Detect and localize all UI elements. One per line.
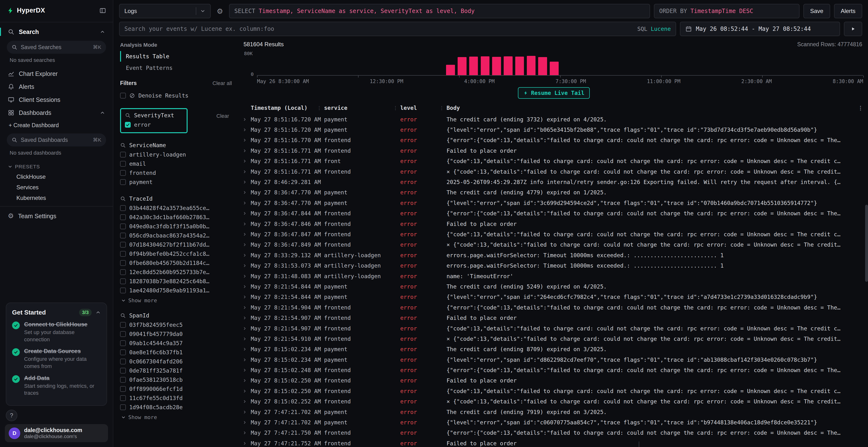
filter-option[interactable]: 18287038b73e882425c64b8…: [120, 277, 232, 286]
hyperdx-logo[interactable]: HyperDX: [7, 7, 45, 14]
show-more-button[interactable]: Show more: [121, 414, 232, 420]
user-menu[interactable]: D dale@clickhouse.com dale@clickhouse.co…: [5, 424, 108, 442]
order-by-input[interactable]: ORDER BY TimestampTime DESC: [654, 4, 800, 18]
row-expand-icon[interactable]: [243, 243, 251, 247]
row-expand-icon[interactable]: [243, 326, 251, 331]
table-row[interactable]: May 27 8:21:54.904 AMfrontenderror{"erro…: [243, 302, 865, 313]
filter-option[interactable]: error: [125, 120, 183, 129]
search-input[interactable]: [124, 26, 633, 32]
checkbox[interactable]: [120, 269, 126, 275]
checkbox[interactable]: [120, 287, 126, 294]
checkbox[interactable]: [120, 214, 126, 220]
row-expand-icon[interactable]: [243, 128, 251, 132]
row-expand-icon[interactable]: [243, 253, 251, 257]
checkbox[interactable]: [120, 170, 126, 176]
table-row[interactable]: May 27 7:47:21.702 AMpaymenterrorThe cre…: [243, 407, 865, 417]
table-row[interactable]: May 27 8:51:16.771 AMfrontenderrorFailed…: [243, 145, 865, 156]
filter-option[interactable]: 09ab1c4544c9a357: [120, 339, 232, 348]
alerts-button[interactable]: Alerts: [834, 4, 862, 18]
filter-option[interactable]: 0c0667304fafd206: [120, 357, 232, 366]
checkbox[interactable]: [120, 224, 126, 229]
filter-option[interactable]: 1d94f08c5acdb28e: [120, 403, 232, 412]
filter-option[interactable]: 042a30c3dc1baf660b27863…: [120, 213, 232, 222]
row-expand-icon[interactable]: [243, 274, 251, 278]
table-row[interactable]: May 27 7:47:21.752 AMfrontenderrorFailed…: [243, 438, 865, 447]
checkbox[interactable]: [120, 179, 126, 185]
filter-clear-button[interactable]: Clear: [216, 113, 229, 119]
create-dashboard-button[interactable]: + Create Dashboard: [5, 119, 108, 131]
lucene-search-box[interactable]: SQL | Lucene: [119, 22, 676, 36]
checkbox[interactable]: [120, 233, 126, 238]
table-row[interactable]: May 27 8:36:47.770 AMpaymenterrorThe cre…: [243, 187, 865, 198]
row-expand-icon[interactable]: [243, 378, 251, 383]
time-range-picker[interactable]: May 26 08:52:44 - May 27 08:52:44: [680, 22, 840, 36]
get-started-header[interactable]: Get Started 3/3: [12, 309, 101, 316]
sidebar-item-kubernetes[interactable]: Kubernetes: [5, 193, 108, 203]
table-row[interactable]: May 27 8:31:48.083 AMartillery-loadgener…: [243, 271, 865, 281]
filter-option[interactable]: artillery-loadgen: [120, 150, 232, 159]
analysis-mode-event-patterns[interactable]: Event Patterns: [120, 63, 232, 73]
checkbox[interactable]: [120, 377, 126, 383]
filter-option[interactable]: 0ff8990066efcf1d: [120, 384, 232, 393]
table-row[interactable]: May 27 8:36:47.846 AMfrontenderrorFailed…: [243, 219, 865, 229]
row-expand-icon[interactable]: [243, 368, 251, 372]
table-row[interactable]: May 27 8:21:54.907 AMfrontenderrorFailed…: [243, 313, 865, 323]
save-button[interactable]: Save: [803, 4, 830, 18]
table-row[interactable]: May 27 8:46:29.281 AMerror2025-05-26T09:…: [243, 177, 865, 187]
table-row[interactable]: May 27 8:15:02.250 AMfrontenderrorFailed…: [243, 375, 865, 386]
table-row[interactable]: May 27 8:36:47.847 AMfrontenderror{"code…: [243, 229, 865, 239]
filter-option[interactable]: 0ae8e1f6c6b37fb1: [120, 348, 232, 357]
checkbox[interactable]: [120, 340, 126, 346]
checkbox[interactable]: [120, 260, 126, 266]
filter-option[interactable]: 0f94b9befe0b4252ccfa1c8…: [120, 249, 232, 259]
row-expand-icon[interactable]: [243, 441, 251, 446]
checkbox[interactable]: [120, 331, 126, 337]
sql-toggle[interactable]: SQL: [637, 26, 647, 32]
checkbox[interactable]: [125, 122, 131, 128]
row-expand-icon[interactable]: [243, 232, 251, 237]
histogram-chart[interactable]: 80K 0 May 26 8:30:00 AM12:30:00 PM4:00:0…: [243, 50, 864, 84]
checkbox[interactable]: [120, 205, 126, 211]
filter-option[interactable]: 0fae5381230518cb: [120, 375, 232, 384]
checkbox[interactable]: [120, 278, 126, 284]
row-expand-icon[interactable]: [243, 420, 251, 424]
row-expand-icon[interactable]: [243, 138, 251, 142]
filter-option[interactable]: 03b44828f42a3573ea655ce…: [120, 204, 232, 213]
row-expand-icon[interactable]: [243, 211, 251, 215]
sidebar-item-team-settings[interactable]: ⚙ Team Settings: [5, 209, 108, 222]
checkbox[interactable]: [120, 404, 126, 410]
denoise-toggle[interactable]: Denoise Results: [120, 90, 232, 101]
column-separator-icon[interactable]: ⋮: [317, 105, 322, 111]
run-query-button[interactable]: [844, 22, 862, 36]
filter-option[interactable]: payment: [120, 177, 232, 187]
filter-option[interactable]: 11c67fe55c0d13fd: [120, 393, 232, 403]
filter-option[interactable]: 09041fb457779da0: [120, 330, 232, 339]
filter-option[interactable]: 03f7b824595feec5: [120, 320, 232, 330]
row-expand-icon[interactable]: [243, 170, 251, 174]
row-expand-icon[interactable]: [243, 180, 251, 184]
table-row[interactable]: May 27 8:51:16.770 AMfrontenderror{"erro…: [243, 135, 865, 145]
table-row[interactable]: May 27 8:31:53.073 AMartillery-loadgener…: [243, 260, 865, 271]
table-row[interactable]: May 27 8:51:16.720 AMpaymenterror{"level…: [243, 125, 865, 135]
row-expand-icon[interactable]: [243, 410, 251, 414]
filter-option[interactable]: 0fbe680eb456750b2d1184c…: [120, 259, 232, 268]
get-started-item[interactable]: Create Data SourcesConfigure where your …: [12, 348, 101, 370]
table-row[interactable]: May 27 8:33:29.132 AMartillery-loadgener…: [243, 250, 865, 260]
sidebar-item-client-sessions[interactable]: Client Sessions: [5, 93, 108, 106]
sidebar-item-clickhouse[interactable]: ClickHouse: [5, 171, 108, 182]
table-row[interactable]: May 27 8:36:47.844 AMfrontenderror{"erro…: [243, 208, 865, 219]
source-select[interactable]: Logs: [119, 4, 211, 18]
table-row[interactable]: May 27 8:15:02.248 AMfrontenderror{"erro…: [243, 365, 865, 375]
checkbox[interactable]: [120, 152, 126, 158]
table-row[interactable]: May 27 8:36:47.849 AMfrontenderror× {"co…: [243, 240, 865, 250]
row-expand-icon[interactable]: [243, 295, 251, 299]
presets-header[interactable]: PRESETS: [5, 160, 108, 171]
saved-dashboards-input[interactable]: Saved Dashboards ⌘K: [7, 133, 106, 146]
table-row[interactable]: May 27 8:15:02.252 AMfrontenderror× {"co…: [243, 397, 865, 407]
column-separator-icon[interactable]: ⋮: [439, 105, 444, 111]
row-expand-icon[interactable]: [243, 264, 251, 268]
get-started-item[interactable]: Add DataStart sending logs, metrics, or …: [12, 375, 101, 397]
checkbox[interactable]: [120, 395, 126, 401]
table-row[interactable]: May 27 8:15:02.234 AMpaymenterrorThe cre…: [243, 344, 865, 354]
help-button[interactable]: ?: [6, 410, 18, 421]
